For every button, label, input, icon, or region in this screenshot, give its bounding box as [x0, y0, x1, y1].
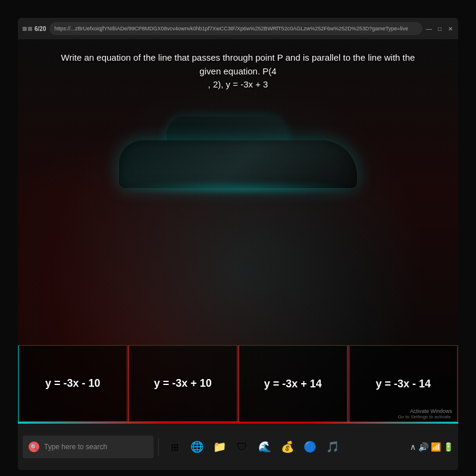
car-body: [119, 140, 357, 188]
activate-title: Activate Windows: [397, 408, 452, 414]
answer-text-1: y = -3x - 10: [45, 377, 101, 390]
game-area: Write an equation of the line that passe…: [18, 39, 458, 470]
search-placeholder-text: Type here to search: [44, 443, 107, 451]
taskbar-icon-edge[interactable]: 🌐: [187, 437, 206, 456]
tray-network-icon[interactable]: 📶: [431, 442, 441, 452]
question-line2: given equation. P(4: [199, 66, 276, 76]
explorer-icon: 📁: [213, 440, 226, 453]
taskbar-icon-dollar[interactable]: 💰: [278, 437, 297, 456]
close-button[interactable]: ✕: [447, 26, 453, 32]
tab-sq-2: [28, 27, 32, 31]
dollar-icon: 💰: [281, 440, 294, 453]
answers-grid: y = -3x - 10 y = -3x + 10 y = -3x + 14 y…: [18, 345, 458, 422]
question-line3: , 2), y = -3x + 3: [208, 79, 268, 89]
url-bar[interactable]: https://...zBrUefxoiqjfYNIlIiADe/99CP8MD…: [49, 22, 422, 35]
edge-icon: 🌐: [190, 440, 203, 453]
circle-icon: 🔵: [303, 440, 317, 453]
answer-cell-1[interactable]: y = -3x - 10: [18, 345, 127, 422]
laptop-frame: 6/20 https://...zBrUefxoiqjfYNIlIiADe/99…: [0, 0, 476, 476]
search-bar[interactable]: 🔍 Type here to search: [23, 436, 154, 458]
answer-text-4: y = -3x - 14: [375, 378, 431, 390]
activate-windows: Activate Windows Go to Settings to activ…: [397, 408, 452, 419]
minimize-button[interactable]: —: [426, 26, 432, 32]
tab-indicator: 6/20: [23, 26, 46, 32]
tray-up-icon: ∧: [410, 442, 416, 452]
url-text: https://...zBrUefxoiqjfYNIlIiADe/99CP8MD…: [54, 26, 408, 32]
taskbar-icon-edge2[interactable]: 🌊: [255, 437, 274, 456]
answer-cell-3[interactable]: y = -3x + 14: [239, 345, 348, 422]
tab-sq-1: [23, 27, 27, 31]
taskbar-icon-explorer[interactable]: 📁: [210, 437, 229, 456]
browser-chrome: 6/20 https://...zBrUefxoiqjfYNIlIiADe/99…: [18, 18, 458, 39]
maximize-button[interactable]: □: [437, 26, 443, 32]
progress-text: 6/20: [35, 26, 46, 32]
tray-battery-icon[interactable]: 🔋: [443, 442, 453, 452]
tray-icons: ∧ 🔊 📶 🔋: [410, 442, 453, 452]
activate-subtitle: Go to Settings to activate.: [397, 414, 452, 419]
tab-squares: [23, 27, 32, 31]
search-icon-circle: 🔍: [29, 441, 39, 452]
answer-cell-2[interactable]: y = -3x + 10: [129, 345, 238, 422]
windows-icon: ⊞: [171, 441, 178, 453]
question-line1: Write an equation of the line that passe…: [61, 52, 415, 62]
answer-text-2: y = -3x + 10: [154, 377, 212, 390]
question-area: Write an equation of the line that passe…: [18, 45, 458, 98]
taskbar-divider: [158, 438, 159, 456]
taskbar-icon-security[interactable]: 🛡: [233, 437, 252, 456]
car-silhouette: [89, 87, 387, 206]
screen: 6/20 https://...zBrUefxoiqjfYNIlIiADe/99…: [18, 18, 458, 470]
search-icon: 🔍: [30, 444, 37, 450]
tray-volume-icon[interactable]: 🔊: [418, 442, 428, 452]
taskbar-icon-music[interactable]: 🎵: [323, 437, 342, 456]
answer-text-3: y = -3x + 14: [264, 378, 322, 390]
music-icon: 🎵: [326, 440, 339, 453]
question-text: Write an equation of the line that passe…: [30, 51, 446, 92]
system-tray: ∧ 🔊 📶 🔋: [410, 424, 458, 470]
taskbar: 🔍 Type here to search ⊞ 🌐 📁 🛡: [18, 424, 458, 470]
browser-actions: — □ ✕: [426, 26, 453, 32]
taskbar-icon-circle[interactable]: 🔵: [300, 437, 320, 456]
car-glow: [119, 182, 357, 194]
wave-icon: 🌊: [258, 440, 271, 453]
taskbar-icon-windows[interactable]: ⊞: [165, 437, 184, 456]
taskbar-icons-group: ⊞ 🌐 📁 🛡 🌊 💰 🔵: [164, 437, 343, 456]
shield-icon: 🛡: [237, 441, 248, 453]
